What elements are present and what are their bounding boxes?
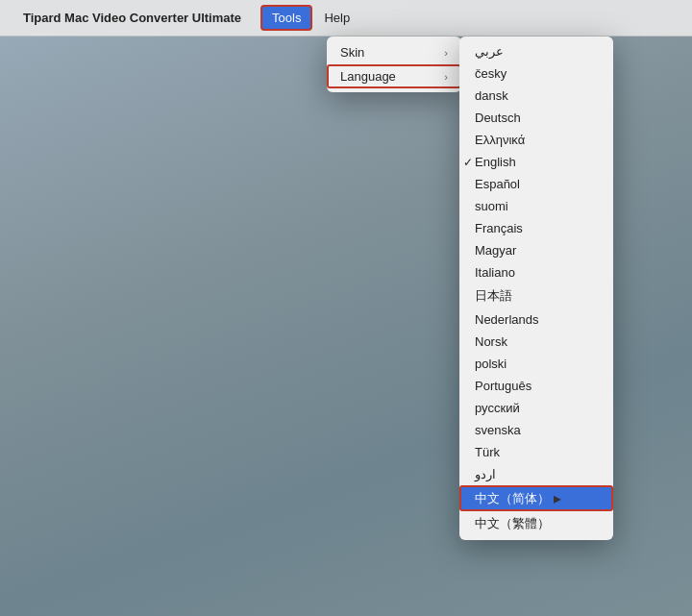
lang-label: Magyar [475, 243, 516, 258]
help-menu[interactable]: Help [314, 7, 359, 29]
lang-item-10[interactable]: Italiano [459, 261, 613, 283]
lang-label: Ελληνικά [475, 133, 525, 147]
app-title: Tipard Mac Video Converter Ultimate [23, 11, 241, 25]
lang-item-0[interactable]: عربي [459, 40, 613, 62]
lang-item-13[interactable]: Norsk [459, 331, 613, 353]
lang-label: Deutsch [475, 111, 521, 125]
language-menu-item[interactable]: Language › [327, 64, 461, 88]
lang-label: svenska [475, 423, 521, 437]
lang-label: عربي [475, 44, 504, 59]
lang-item-15[interactable]: Português [459, 375, 613, 397]
cursor-icon: ▸ [554, 489, 561, 507]
lang-label: Español [475, 177, 520, 191]
tools-menu[interactable]: Tools [260, 5, 312, 31]
lang-label: Français [475, 221, 523, 235]
checkmark-icon: ✓ [463, 156, 473, 169]
language-arrow-icon: › [444, 71, 448, 83]
lang-label: 中文（繁體） [475, 515, 550, 532]
skin-menu-item[interactable]: Skin › [327, 40, 461, 64]
lang-item-19[interactable]: اردو [459, 463, 613, 485]
lang-item-20[interactable]: 中文（简体）▸ [459, 485, 613, 511]
lang-item-4[interactable]: Ελληνικά [459, 129, 613, 151]
lang-label: polski [475, 357, 507, 371]
lang-item-18[interactable]: Türk [459, 441, 613, 463]
lang-label: dansk [475, 88, 508, 103]
lang-label: 日本語 [475, 287, 512, 305]
lang-item-2[interactable]: dansk [459, 85, 613, 107]
lang-label: Norsk [475, 334, 507, 349]
lang-label: Português [475, 379, 531, 393]
lang-label: Türk [475, 445, 500, 459]
language-label: Language [340, 69, 396, 84]
lang-label: Italiano [475, 265, 515, 280]
lang-item-17[interactable]: svenska [459, 419, 613, 441]
lang-item-8[interactable]: Français [459, 217, 613, 239]
lang-label: English [475, 155, 516, 169]
lang-label: Nederlands [475, 312, 539, 327]
lang-item-3[interactable]: Deutsch [459, 107, 613, 129]
lang-label: česky [475, 66, 507, 81]
menubar: Tipard Mac Video Converter Ultimate Tool… [0, 0, 692, 37]
skin-label: Skin [340, 45, 364, 60]
lang-label: suomi [475, 199, 508, 213]
lang-label: اردو [475, 467, 496, 481]
lang-label: русский [475, 401, 520, 415]
lang-label: 中文（简体） [475, 490, 550, 507]
lang-item-11[interactable]: 日本語 [459, 283, 613, 308]
lang-item-12[interactable]: Nederlands [459, 308, 613, 331]
lang-item-21[interactable]: 中文（繁體） [459, 511, 613, 536]
tools-dropdown: Skin › Language › [327, 37, 461, 92]
lang-item-14[interactable]: polski [459, 353, 613, 375]
lang-item-7[interactable]: suomi [459, 195, 613, 217]
skin-arrow-icon: › [444, 47, 448, 59]
lang-item-6[interactable]: Español [459, 173, 613, 195]
language-submenu: عربيčeskydanskDeutschΕλληνικά✓EnglishEsp… [459, 37, 613, 540]
lang-item-5[interactable]: ✓English [459, 151, 613, 173]
lang-item-9[interactable]: Magyar [459, 239, 613, 261]
lang-item-16[interactable]: русский [459, 397, 613, 419]
lang-item-1[interactable]: česky [459, 62, 613, 85]
